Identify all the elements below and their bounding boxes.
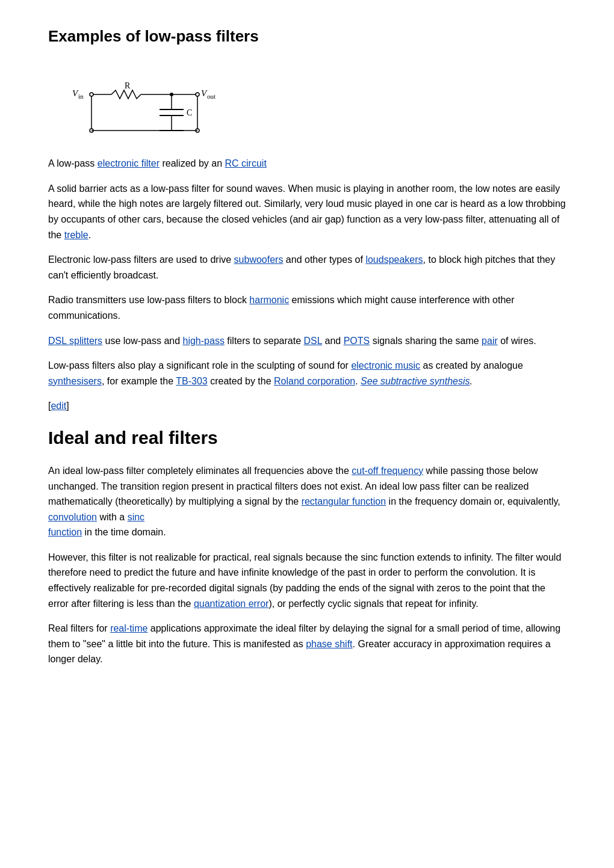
electronic-filter-link[interactable]: electronic filter [98,158,160,168]
tb303-link[interactable]: TB-303 [176,376,207,386]
svg-text:C: C [187,108,192,117]
svg-text:R: R [125,81,131,90]
paragraph-radio: Radio transmitters use low-pass filters … [48,292,566,323]
rc-circuit-link[interactable]: RC circuit [225,158,266,168]
convolution-link[interactable]: convolution [48,512,97,522]
paragraph-real-filters: Real filters for real-time applications … [48,621,566,667]
quantization-error-link[interactable]: quantization error [194,599,269,609]
electronic-music-link[interactable]: electronic music [351,360,420,371]
loudspeakers-link[interactable]: loudspeakers [365,254,423,265]
svg-point-6 [170,93,173,96]
pots-link[interactable]: POTS [344,336,370,346]
dsl-splitters-link[interactable]: DSL splitters [48,336,102,346]
svg-point-8 [196,93,199,96]
paragraph-barrier: A solid barrier acts as a low-pass filte… [48,181,566,242]
high-pass-link[interactable]: high-pass [183,336,225,346]
subwoofers-link[interactable]: subwoofers [234,254,284,265]
section2-title: Ideal and real filters [48,423,566,452]
svg-text:out: out [207,93,216,100]
synthesisers-link[interactable]: synthesisers [48,376,102,386]
circuit-caption: A low-pass electronic filter realized by… [48,156,566,171]
phase-shift-link[interactable]: phase shift [306,639,352,649]
paragraph-ideal-filter: An ideal low-pass filter completely elim… [48,463,566,540]
rectangular-function-link[interactable]: rectangular function [302,496,386,506]
section1-title: Examples of low-pass filters [48,24,566,49]
treble-link[interactable]: treble [64,230,88,240]
circuit-diagram: V in R V out C [66,61,566,144]
harmonic-link[interactable]: harmonic [249,295,289,305]
edit-link[interactable]: edit [51,401,66,411]
roland-link[interactable]: Roland corporation [274,376,355,386]
paragraph-subwoofers: Electronic low-pass filters are used to … [48,252,566,283]
svg-text:in: in [78,93,84,100]
dsl-link[interactable]: DSL [304,336,323,346]
pair-link[interactable]: pair [482,336,498,346]
paragraph-not-realizable: However, this filter is not realizable f… [48,550,566,611]
real-time-link[interactable]: real-time [110,623,147,633]
svg-point-2 [90,93,93,96]
subtractive-link[interactable]: See subtractive synthesis [361,376,470,386]
cutoff-frequency-link[interactable]: cut-off frequency [352,466,423,476]
edit-link-container: [edit] [48,398,566,414]
paragraph-electronic-music: Low-pass filters also play a significant… [48,358,566,389]
paragraph-dsl: DSL splitters use low-pass and high-pass… [48,333,566,349]
